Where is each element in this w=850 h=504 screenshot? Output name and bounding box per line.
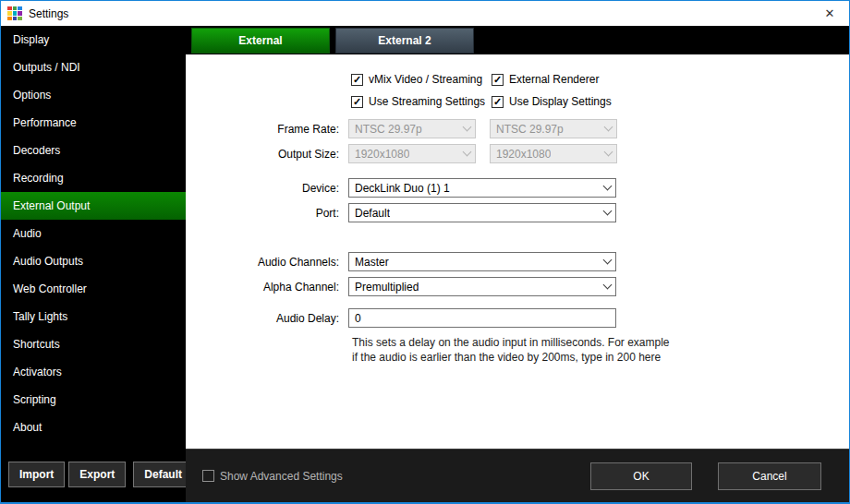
device-select[interactable]: DeckLink Duo (1) 1 (348, 178, 616, 198)
output-size-row: Output Size: 1920x1080 1920x1080 (186, 144, 849, 163)
window-title: Settings (29, 7, 68, 20)
sidebar-item-display[interactable]: Display (1, 26, 186, 54)
audio-channels-select[interactable]: Master (348, 252, 616, 271)
checkbox-box: ✓ (492, 74, 504, 86)
sidebar: Display Outputs / NDI Options Performanc… (1, 26, 186, 502)
checkbox-box: ✓ (492, 96, 504, 108)
audio-channels-value: Master (355, 256, 389, 269)
audio-delay-help-text: This sets a delay on the audio input in … (352, 335, 671, 365)
use-streaming-settings-checkbox[interactable]: ✓ Use Streaming Settings (351, 95, 492, 108)
show-advanced-settings-checkbox[interactable]: Show Advanced Settings (202, 470, 343, 483)
sidebar-item-outputs-ndi[interactable]: Outputs / NDI (1, 54, 186, 81)
frame-rate-value-2: NTSC 29.97p (496, 123, 564, 136)
device-value: DeckLink Duo (1) 1 (355, 182, 450, 195)
checkbox-label: Show Advanced Settings (220, 470, 343, 483)
output-size-label: Output Size: (186, 148, 348, 161)
cancel-button[interactable]: Cancel (718, 462, 821, 490)
sidebar-item-scripting[interactable]: Scripting (1, 386, 186, 414)
chevron-down-icon (601, 150, 616, 157)
checkbox-label: External Renderer (509, 73, 599, 86)
footer-buttons: OK Cancel (590, 462, 821, 490)
main-area: External External 2 ✓ vMix Video / Strea… (186, 26, 849, 502)
audio-channels-label: Audio Channels: (186, 256, 348, 269)
chevron-down-icon (600, 210, 615, 216)
checkbox-row-1: ✓ vMix Video / Streaming ✓ External Rend… (351, 73, 849, 86)
alpha-channel-value: Premultiplied (355, 281, 419, 294)
alpha-channel-label: Alpha Channel: (186, 281, 348, 294)
device-row: Device: DeckLink Duo (1) 1 (186, 178, 849, 198)
checkbox-label: Use Streaming Settings (369, 95, 485, 108)
checkbox-box: ✓ (351, 96, 363, 108)
sidebar-item-activators[interactable]: Activators (1, 358, 186, 386)
tab-external-2[interactable]: External 2 (335, 28, 474, 54)
alpha-channel-select[interactable]: Premultiplied (348, 277, 616, 296)
tab-external[interactable]: External (191, 28, 330, 54)
chevron-down-icon (600, 283, 615, 290)
output-size-value-1: 1920x1080 (355, 148, 409, 161)
frame-rate-select-1: NTSC 29.97p (348, 119, 476, 138)
titlebar: Settings ✕ (1, 1, 849, 26)
checkbox-box (202, 470, 214, 482)
checkbox-row-2: ✓ Use Streaming Settings ✓ Use Display S… (351, 95, 849, 108)
sidebar-item-web-controller[interactable]: Web Controller (1, 275, 186, 303)
device-label: Device: (186, 182, 348, 195)
tab-bar: External External 2 (186, 26, 849, 54)
ok-button[interactable]: OK (590, 462, 692, 490)
output-size-value-2: 1920x1080 (496, 148, 551, 161)
close-icon[interactable]: ✕ (810, 1, 849, 26)
footer: Show Advanced Settings OK Cancel (186, 449, 849, 502)
checkbox-box: ✓ (351, 74, 363, 86)
audio-channels-row: Audio Channels: Master (186, 252, 849, 271)
import-button[interactable]: Import (8, 462, 65, 487)
use-display-settings-checkbox[interactable]: ✓ Use Display Settings (492, 95, 612, 108)
port-label: Port: (186, 207, 348, 220)
settings-window: Settings ✕ Display Outputs / NDI Options… (0, 0, 850, 504)
external-output-panel: ✓ vMix Video / Streaming ✓ External Rend… (186, 54, 849, 449)
frame-rate-select-2: NTSC 29.97p (490, 119, 617, 138)
sidebar-item-shortcuts[interactable]: Shortcuts (1, 330, 186, 358)
sidebar-item-performance[interactable]: Performance (1, 109, 186, 137)
app-icon (7, 6, 22, 21)
output-size-select-2: 1920x1080 (490, 144, 617, 163)
checkbox-label: Use Display Settings (509, 95, 612, 108)
chevron-down-icon (459, 150, 475, 157)
chevron-down-icon (601, 126, 616, 132)
frame-rate-label: Frame Rate: (186, 123, 348, 136)
export-button[interactable]: Export (68, 462, 126, 487)
frame-rate-row: Frame Rate: NTSC 29.97p NTSC 29.97p (186, 119, 849, 138)
default-button[interactable]: Default (133, 462, 193, 487)
sidebar-item-tally-lights[interactable]: Tally Lights (1, 303, 186, 330)
output-size-select-1: 1920x1080 (348, 144, 476, 163)
audio-delay-input[interactable] (348, 308, 616, 328)
vmix-video-streaming-checkbox[interactable]: ✓ vMix Video / Streaming (351, 73, 492, 86)
sidebar-item-recording[interactable]: Recording (1, 164, 186, 192)
chevron-down-icon (459, 126, 475, 132)
sidebar-item-audio[interactable]: Audio (1, 220, 186, 247)
external-renderer-checkbox[interactable]: ✓ External Renderer (492, 73, 599, 86)
sidebar-item-audio-outputs[interactable]: Audio Outputs (1, 247, 186, 275)
alpha-channel-row: Alpha Channel: Premultiplied (186, 277, 849, 296)
sidebar-item-options[interactable]: Options (1, 81, 186, 109)
chevron-down-icon (600, 185, 615, 191)
sidebar-item-decoders[interactable]: Decoders (1, 137, 186, 164)
sidebar-item-about[interactable]: About (1, 414, 186, 441)
audio-delay-label: Audio Delay: (186, 312, 348, 325)
sidebar-item-external-output[interactable]: External Output (1, 192, 186, 220)
chevron-down-icon (600, 258, 615, 265)
audio-delay-row: Audio Delay: (186, 308, 849, 328)
window-body: Display Outputs / NDI Options Performanc… (1, 26, 849, 502)
frame-rate-value-1: NTSC 29.97p (355, 123, 422, 136)
port-value: Default (355, 207, 390, 220)
checkbox-label: vMix Video / Streaming (369, 73, 482, 86)
port-select[interactable]: Default (348, 203, 616, 222)
sidebar-footer-buttons: Import Export Default (1, 462, 186, 502)
port-row: Port: Default (186, 203, 849, 222)
